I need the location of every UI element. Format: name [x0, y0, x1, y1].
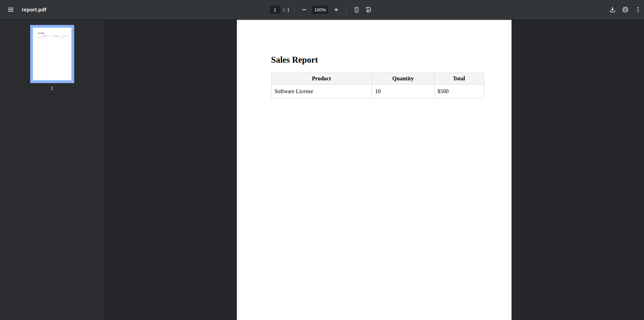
toolbar-left-section: report.pdf [0, 4, 46, 16]
column-header-quantity: Quantity [372, 73, 434, 85]
table-row: Software License 10 $500 [271, 85, 484, 98]
menu-button[interactable] [5, 4, 17, 16]
cell-quantity: 10 [372, 85, 434, 98]
cell-product: Software License [271, 85, 372, 98]
table-header-row: Product Quantity Total [271, 73, 484, 85]
fit-to-page-button[interactable] [351, 4, 362, 16]
cell-total: $500 [434, 85, 484, 98]
thumb-cell: Software License [37, 37, 52, 39]
rotate-button[interactable] [362, 4, 374, 16]
thumb-cell: 10 [52, 37, 60, 39]
thumbnail-table: Product Quantity Total Software License … [37, 35, 67, 38]
download-icon [609, 6, 616, 13]
thumb-cell: $500 [60, 37, 67, 39]
thumbnail-heading: Sales Report [37, 33, 44, 34]
zoom-level-field[interactable]: 100% [312, 6, 328, 14]
pdf-viewer-toolbar: report.pdf / 1 100% [0, 0, 644, 19]
download-button[interactable] [607, 4, 618, 16]
thumbnail-page-label: 1 [51, 86, 53, 91]
rotate-counterclockwise-icon [365, 6, 372, 13]
toolbar-divider [294, 6, 294, 14]
thumbnail-page-preview: Sales Report Product Quantity Total Soft… [33, 28, 71, 80]
more-options-button[interactable] [632, 4, 644, 16]
page-separator: / [283, 7, 285, 12]
page-count: 1 [287, 7, 290, 12]
minus-icon [301, 6, 308, 13]
zoom-out-button[interactable] [298, 4, 310, 16]
thumb-table-row: Software License 10 $500 [37, 37, 67, 39]
page-1-thumbnail[interactable]: Sales Report Product Quantity Total Soft… [30, 25, 74, 83]
viewer-content: Sales Report Product Quantity Total Soft… [0, 19, 644, 320]
page-number-input[interactable] [270, 6, 280, 14]
zoom-in-button[interactable] [330, 4, 342, 16]
toolbar-right-section [607, 4, 644, 16]
pdf-page-1: Sales Report Product Quantity Total Soft… [237, 20, 512, 320]
toolbar-divider [346, 6, 346, 14]
page-title: Sales Report [271, 55, 318, 64]
plus-icon [333, 6, 340, 13]
document-title: report.pdf [22, 7, 46, 12]
thumbnail-sidebar: Sales Report Product Quantity Total Soft… [0, 19, 104, 320]
hamburger-menu-icon [7, 6, 14, 13]
three-dot-menu-icon [635, 6, 642, 13]
fit-to-page-icon [353, 6, 360, 13]
sales-table: Product Quantity Total Software License … [271, 73, 484, 98]
column-header-product: Product [271, 73, 372, 85]
print-button[interactable] [619, 4, 631, 16]
column-header-total: Total [434, 73, 484, 85]
printer-icon [622, 6, 629, 13]
pdf-viewer-area: Sales Report Product Quantity Total Soft… [104, 19, 644, 320]
toolbar-center-controls: / 1 100% [270, 0, 374, 19]
